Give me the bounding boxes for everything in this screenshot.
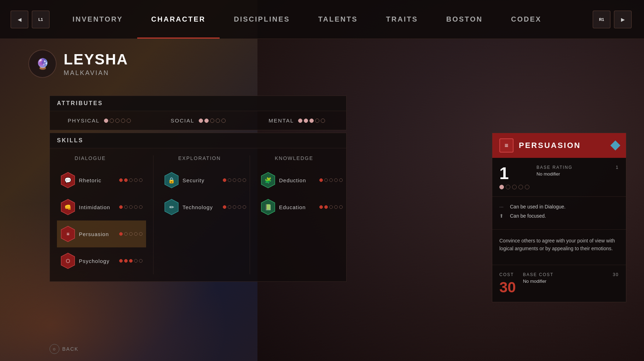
nav-next-button[interactable]: ▶ (614, 11, 632, 28)
mental-dot-1 (298, 119, 302, 123)
l1-label: L1 (39, 17, 43, 22)
dialogue-feature-icon: ··· (499, 204, 506, 210)
feature-focus: ⬆ Can be focused. (499, 213, 619, 219)
persuasion-dot-4 (134, 232, 138, 236)
technology-dots (223, 205, 246, 209)
rhetoric-dot-2 (124, 178, 128, 182)
detail-description: Convince others to agree with your point… (492, 230, 626, 265)
persuasion-icon: ≡ (60, 225, 75, 242)
mental-dot-2 (304, 119, 308, 123)
deduction-dot-2 (324, 178, 328, 182)
attributes-panel: ATTRIBUTES PHYSICAL SOCIAL (50, 96, 347, 130)
navigation-bar: ◀ L1 INVENTORY CHARACTER DISCIPLINES TAL… (0, 0, 644, 39)
technology-name: Technology (182, 204, 218, 210)
physical-dot-3 (115, 119, 120, 123)
skill-security[interactable]: 🔒 Security (161, 167, 250, 194)
detail-rating-label: BASE RATING 1 (536, 165, 619, 170)
technology-icon: ✏ (164, 199, 179, 216)
technology-dot-4 (238, 205, 241, 209)
character-info: 🔮 LEYSHA MALKAVIAN (28, 50, 128, 78)
rhetoric-dot-5 (139, 178, 143, 182)
character-icon-glyph: 🔮 (36, 58, 49, 70)
tab-disciplines[interactable]: DISCIPLINES (220, 0, 304, 39)
intimidation-dot-1 (119, 205, 123, 209)
attribute-physical: PHYSICAL (50, 118, 149, 124)
persuasion-dot-5 (139, 232, 143, 236)
detail-cost-section: COST 30 BASE COST 30 No modifier (492, 265, 626, 302)
skills-panel: SKILLS DIALOGUE 💬 Rhetoric (50, 133, 347, 282)
security-dot-2 (228, 178, 231, 182)
tab-boston[interactable]: BOSTON (432, 0, 497, 39)
skill-education[interactable]: 📗 Education (257, 194, 346, 220)
psychology-dot-5 (139, 259, 143, 263)
tab-talents[interactable]: TALENTS (304, 0, 372, 39)
physical-dot-1 (104, 119, 108, 123)
skill-column-knowledge: KNOWLEDGE 🧩 Deduction (250, 155, 346, 274)
psychology-dot-3 (129, 259, 133, 263)
persuasion-dot-2 (124, 232, 128, 236)
focus-feature-icon: ⬆ (499, 213, 506, 219)
tab-codex[interactable]: CODEX (497, 0, 556, 39)
deduction-name: Deduction (279, 177, 314, 183)
character-details: LEYSHA MALKAVIAN (64, 51, 128, 77)
skill-psychology[interactable]: ⬡ Psychology (57, 247, 146, 274)
attributes-title: ATTRIBUTES (57, 100, 103, 106)
deduction-dot-4 (334, 178, 338, 182)
rating-dot-2 (506, 185, 510, 189)
deduction-dot-3 (329, 178, 333, 182)
tab-character[interactable]: CHARACTER (137, 0, 220, 39)
back-button-icon[interactable]: ⊙ (50, 344, 59, 354)
security-dot-4 (238, 178, 241, 182)
bottom-nav[interactable]: ⊙ BACK (50, 344, 79, 354)
psychology-dot-1 (119, 259, 123, 263)
detail-cost-info: BASE COST 30 No modifier (523, 272, 619, 284)
security-dot-3 (233, 178, 236, 182)
detail-rating-info: BASE RATING 1 No modifier (536, 165, 619, 177)
attributes-row: PHYSICAL SOCIAL (50, 111, 346, 130)
r1-label: R1 (599, 17, 604, 22)
security-icon: 🔒 (164, 172, 179, 189)
social-label: SOCIAL (170, 118, 194, 124)
nav-right-group: R1 ▶ (593, 11, 633, 28)
skill-technology[interactable]: ✏ Technology (161, 194, 250, 220)
skills-grid: DIALOGUE 💬 Rhetoric (50, 148, 346, 281)
security-name: Security (182, 177, 218, 183)
persuasion-name: Persuasion (79, 231, 114, 237)
technology-dot-2 (228, 205, 231, 209)
rhetoric-dot-3 (129, 178, 133, 182)
skill-intimidation[interactable]: 👊 Intimidation (57, 194, 146, 220)
nav-r1-button[interactable]: R1 (593, 11, 610, 28)
focus-feature-text: Can be focused. (510, 213, 546, 219)
social-dot-4 (216, 119, 220, 123)
education-name: Education (279, 204, 314, 210)
detail-rating-dots (499, 185, 529, 189)
intimidation-dot-3 (129, 205, 133, 209)
psychology-dot-2 (124, 259, 128, 263)
tab-traits[interactable]: TRAITS (372, 0, 432, 39)
tab-inventory[interactable]: INVENTORY (58, 0, 137, 39)
rhetoric-dots (119, 178, 143, 182)
base-cost-label: BASE COST 30 (523, 272, 619, 277)
skill-persuasion[interactable]: ≡ Persuasion (57, 220, 146, 247)
detail-rating-section: 1 BASE RATING 1 No modifier (492, 158, 626, 197)
social-dots (199, 119, 226, 123)
deduction-dot-5 (339, 178, 343, 182)
physical-dots (104, 119, 131, 123)
skill-deduction[interactable]: 🧩 Deduction (257, 167, 346, 194)
nav-l1-button[interactable]: L1 (32, 11, 50, 28)
rhetoric-dot-4 (134, 178, 138, 182)
nav-prev-button[interactable]: ◀ (11, 11, 28, 28)
character-clan: MALKAVIAN (64, 69, 128, 77)
technology-dot-5 (243, 205, 246, 209)
psychology-dots (119, 259, 143, 263)
mental-dots (298, 119, 325, 123)
physical-dot-4 (121, 119, 125, 123)
skill-column-dialogue: DIALOGUE 💬 Rhetoric (57, 155, 153, 274)
cost-modifier: No modifier (523, 279, 619, 284)
persuasion-dot-1 (119, 232, 123, 236)
skill-rhetoric[interactable]: 💬 Rhetoric (57, 167, 146, 194)
character-avatar: 🔮 (28, 50, 57, 78)
detail-features: ··· Can be used in Dialogue. ⬆ Can be fo… (492, 197, 626, 230)
dialogue-feature-text: Can be used in Dialogue. (510, 204, 565, 210)
nav-tabs: INVENTORY CHARACTER DISCIPLINES TALENTS … (58, 0, 593, 39)
